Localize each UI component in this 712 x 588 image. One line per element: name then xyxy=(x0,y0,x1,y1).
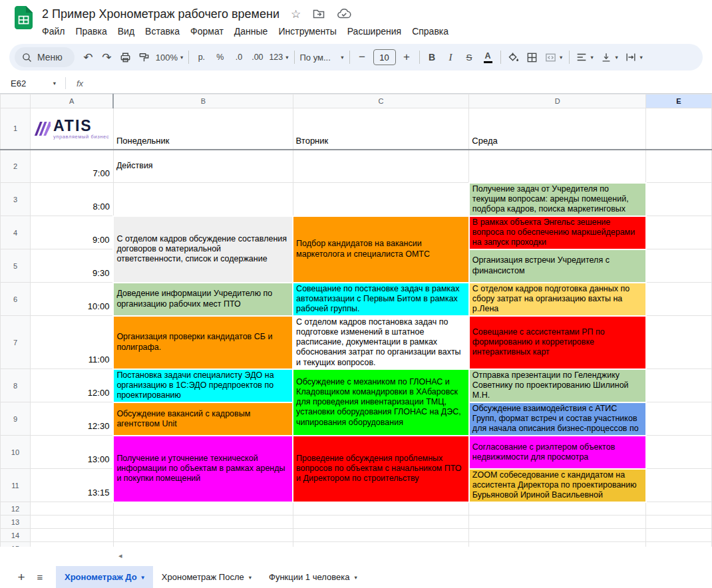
cell-B12[interactable] xyxy=(113,502,293,515)
cell-C3[interactable] xyxy=(293,183,469,216)
print-button[interactable] xyxy=(116,48,134,67)
cell-E5[interactable] xyxy=(646,249,712,283)
row-header-4[interactable]: 4 xyxy=(1,216,31,249)
menu-item-9[interactable]: Справка xyxy=(407,24,454,39)
cell-D3[interactable]: Получение задач от Учредителя по текущим… xyxy=(469,183,646,216)
cell-C15[interactable] xyxy=(293,542,469,547)
row-header-2[interactable]: 2 xyxy=(1,150,31,183)
cell-B7[interactable]: Организация проверки кандидатов СБ и пол… xyxy=(113,316,293,369)
cell-D8[interactable]: Отправка презентации по Геленджику Совет… xyxy=(469,369,646,402)
cell-D9[interactable]: Обсуждение взаимодействия с АТИС Групп, … xyxy=(469,402,646,436)
row-header-9[interactable]: 9 xyxy=(1,402,31,436)
cell-D15[interactable] xyxy=(469,542,646,547)
menu-item-6[interactable]: Данные xyxy=(229,24,273,39)
cell-A8[interactable]: 12:00 xyxy=(30,369,113,402)
star-icon[interactable]: ☆ xyxy=(291,9,301,20)
toolbar-menu-search[interactable]: Меню xyxy=(15,47,75,67)
row-header-5[interactable]: 5 xyxy=(1,249,31,283)
cell-E7[interactable] xyxy=(646,316,712,369)
chevron-down-icon[interactable]: ▾ xyxy=(354,574,357,581)
cell-D14[interactable] xyxy=(469,529,646,542)
bold-button[interactable]: B xyxy=(423,48,441,67)
row-header-10[interactable]: 10 xyxy=(1,436,31,469)
cell-A9[interactable]: 12:30 xyxy=(30,402,113,436)
cell-C7[interactable]: С отделом кадров постановка задач по под… xyxy=(293,316,469,369)
select-all-corner[interactable] xyxy=(1,94,31,108)
cell-C6[interactable]: Совещание по постановке задач в рамках а… xyxy=(293,283,469,316)
cell-E15[interactable] xyxy=(646,542,712,547)
italic-button[interactable]: I xyxy=(442,48,460,67)
move-folder-icon[interactable] xyxy=(312,7,325,21)
cell-A13[interactable] xyxy=(30,515,113,529)
sheets-logo-icon[interactable] xyxy=(15,6,33,29)
cell-B8[interactable]: Постановка задачи специалисту ЭДО на орг… xyxy=(113,369,293,402)
cell-C12[interactable] xyxy=(293,502,469,515)
merge-cells-button[interactable]: ▾ xyxy=(542,48,566,67)
strikethrough-button[interactable]: S xyxy=(460,48,478,67)
cell-D12[interactable] xyxy=(469,502,646,515)
cell-D6[interactable]: С отделом кадров подготовка данных по сб… xyxy=(469,283,646,316)
menu-item-3[interactable]: Вид xyxy=(112,24,140,39)
cell-B15[interactable] xyxy=(113,542,293,547)
cell-A4[interactable]: 9:00 xyxy=(30,216,113,249)
cell-C13[interactable] xyxy=(293,515,469,529)
cell-E4[interactable] xyxy=(646,216,712,249)
cell-A1[interactable]: ATISуправляемый бизнес xyxy=(30,108,113,150)
more-formats-button[interactable]: 123 ▾ xyxy=(267,48,290,67)
cloud-status-icon[interactable] xyxy=(337,7,351,21)
font-size-input[interactable]: 10 xyxy=(373,49,396,65)
cell-A5[interactable]: 9:30 xyxy=(30,249,113,283)
row-header-3[interactable]: 3 xyxy=(1,183,31,216)
column-header-D[interactable]: D xyxy=(469,94,646,108)
menu-item-2[interactable]: Правка xyxy=(70,24,112,39)
row-header-8[interactable]: 8 xyxy=(1,369,31,402)
cell-A14[interactable] xyxy=(30,529,113,542)
cell-D11[interactable]: ZOOM собеседование с кандидатом на ассис… xyxy=(469,469,646,502)
cell-C1[interactable]: Вторник xyxy=(293,108,469,150)
horizontal-align-button[interactable]: ▾ xyxy=(573,48,597,67)
cell-A7[interactable]: 11:00 xyxy=(30,316,113,369)
cell-C2[interactable] xyxy=(293,150,469,183)
fill-color-button[interactable] xyxy=(504,48,522,67)
menu-item-7[interactable]: Инструменты xyxy=(273,24,341,39)
column-header-A[interactable]: A xyxy=(30,94,113,108)
row-header-6[interactable]: 6 xyxy=(1,283,31,316)
name-box[interactable]: E62 ▾ xyxy=(0,78,61,88)
chevron-down-icon[interactable]: ▾ xyxy=(142,574,144,581)
sheet-tab-3[interactable]: Функции 1 человека▾ xyxy=(260,566,366,588)
cell-C10[interactable]: Проведение обсуждения проблемных вопросо… xyxy=(293,436,469,502)
row-header-11[interactable]: 11 xyxy=(1,469,31,502)
cell-D5[interactable]: Организация встречи Учредителя с финанси… xyxy=(469,249,646,283)
horizontal-scrollbar[interactable]: ◂ xyxy=(113,550,712,561)
increase-font-size-button[interactable]: + xyxy=(398,48,416,67)
cell-B10[interactable]: Получение и уточнение технической информ… xyxy=(113,436,293,502)
cell-C4[interactable]: Подбор кандидатов на вакансии маркетолог… xyxy=(293,216,469,283)
cell-C14[interactable] xyxy=(293,529,469,542)
cell-D10[interactable]: Согласование с риэлтером объектов недвиж… xyxy=(469,436,646,469)
cell-B3[interactable] xyxy=(113,183,293,216)
zoom-select[interactable]: 100% ▾ xyxy=(154,48,186,67)
cell-B4[interactable]: С отделом кадров обсуждение составления … xyxy=(113,216,293,283)
text-wrap-button[interactable]: ▾ xyxy=(622,48,646,67)
undo-button[interactable]: ↶ xyxy=(79,48,97,67)
cell-E3[interactable] xyxy=(646,183,712,216)
chevron-down-icon[interactable]: ▾ xyxy=(249,574,252,581)
row-header-12[interactable]: 12 xyxy=(1,502,31,515)
cell-B1[interactable]: Понедельник xyxy=(113,108,293,150)
cell-E6[interactable] xyxy=(646,283,712,316)
menu-item-4[interactable]: Вставка xyxy=(140,24,185,39)
format-percent-button[interactable]: % xyxy=(211,48,229,67)
row-header-1[interactable]: 1 xyxy=(1,108,31,150)
cell-A3[interactable]: 8:00 xyxy=(30,183,113,216)
cell-B9[interactable]: Обсуждение вакансий с кадровым агентство… xyxy=(113,402,293,436)
row-header-7[interactable]: 7 xyxy=(1,316,31,369)
scroll-left-icon[interactable]: ◂ xyxy=(118,551,122,560)
cell-C8[interactable]: Обсуждение с механиком по ГЛОНАС и Кладо… xyxy=(293,369,469,436)
all-sheets-button[interactable]: ≡ xyxy=(31,566,49,588)
column-header-B[interactable]: B xyxy=(113,94,293,108)
cell-E10[interactable] xyxy=(646,436,712,469)
cell-E11[interactable] xyxy=(646,469,712,502)
paint-format-button[interactable] xyxy=(135,48,153,67)
cell-E13[interactable] xyxy=(646,515,712,529)
cell-E2[interactable] xyxy=(646,150,712,183)
